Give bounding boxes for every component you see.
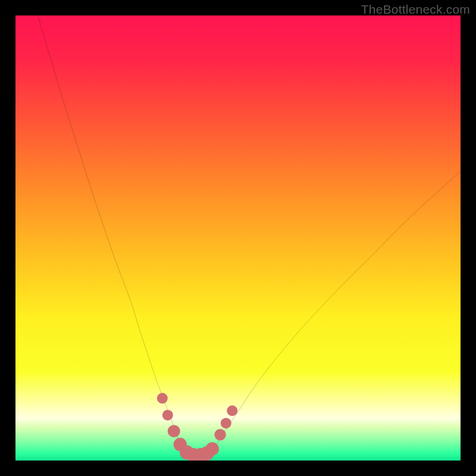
chart-svg xyxy=(15,15,461,461)
marker-dot xyxy=(168,425,180,437)
marker-dot xyxy=(205,442,218,455)
marker-dot xyxy=(221,418,231,428)
valley-markers xyxy=(157,393,237,461)
plot-area xyxy=(15,15,461,461)
marker-dot xyxy=(162,410,173,421)
right-curve xyxy=(216,171,461,446)
watermark-text: TheBottleneck.com xyxy=(361,2,470,17)
marker-dot xyxy=(214,429,226,440)
outer-frame: TheBottleneck.com xyxy=(0,0,476,476)
marker-dot xyxy=(157,393,168,403)
marker-dot xyxy=(227,405,237,416)
left-curve xyxy=(37,15,180,446)
